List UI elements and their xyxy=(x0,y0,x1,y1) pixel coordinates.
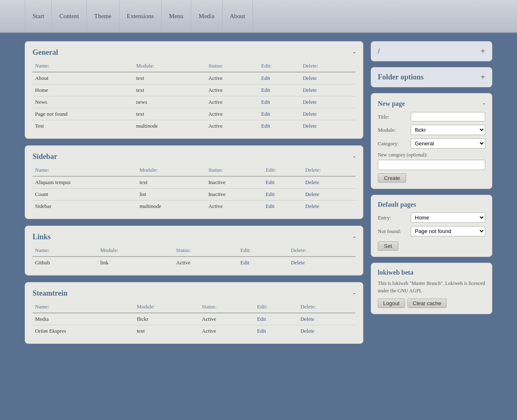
folder-options-plus-icon[interactable]: + xyxy=(481,72,485,82)
category-select[interactable]: GeneralSidebarLinksSteamtrein xyxy=(411,138,485,149)
not-found-select[interactable]: HomeAboutNewsPage not foundTest xyxy=(411,226,485,236)
delete-link[interactable]: Delete xyxy=(300,328,314,334)
edit-link[interactable]: Edit xyxy=(257,316,266,322)
nav-item-extensions[interactable]: Extensions xyxy=(119,0,162,32)
edit-link[interactable]: Edit xyxy=(257,328,266,334)
info-text: This is lokiweb "Master Branch". Lokiweb… xyxy=(378,280,485,294)
table-row: AbouttextActiveEditDelete xyxy=(33,72,356,84)
section-toggle-sidebar[interactable]: - xyxy=(353,152,356,161)
table-row: MediaflickrActiveEditDelete xyxy=(33,313,356,325)
logout-button[interactable]: Logout xyxy=(378,299,405,308)
row-module: multinode xyxy=(137,201,206,212)
edit-link[interactable]: Edit xyxy=(266,191,275,197)
module-label: Module: xyxy=(378,127,411,133)
row-name: News xyxy=(33,96,134,108)
module-select[interactable]: flickrtextnewslinkmultinodelist xyxy=(411,125,485,135)
not-found-label: Not found: xyxy=(378,228,411,235)
delete-link[interactable]: Delete xyxy=(305,191,319,197)
delete-link[interactable]: Delete xyxy=(303,123,317,129)
new-page-title: New page xyxy=(378,100,405,107)
left-column: General-Name:Module:Status:Edit:Delete:A… xyxy=(25,41,363,344)
delete-link[interactable]: Delete xyxy=(300,316,314,322)
edit-link[interactable]: Edit xyxy=(261,123,270,129)
delete-link[interactable]: Delete xyxy=(305,179,319,185)
table-row: CountlistInactiveEditDelete xyxy=(33,189,356,201)
clear-cache-button[interactable]: Clear cache xyxy=(407,299,447,308)
row-module: flickr xyxy=(134,313,199,325)
new-category-label: New category (optional): xyxy=(378,152,485,158)
table-steamtrein: Name:Module:Status:Edit:Delete:Mediaflic… xyxy=(33,302,356,337)
section-toggle-links[interactable]: - xyxy=(353,233,356,241)
folder-options-box: Folder options+ xyxy=(371,67,492,87)
row-status: Active xyxy=(206,108,259,120)
new-page-title-row: Title: xyxy=(378,112,485,121)
edit-link[interactable]: Edit xyxy=(261,75,270,81)
nav-item-menu[interactable]: Menu xyxy=(161,0,191,32)
row-name: Sidebar xyxy=(33,201,137,212)
new-page-toggle[interactable]: - xyxy=(483,99,485,108)
row-module: text xyxy=(134,84,206,96)
section-sidebar: Sidebar-Name:Module:Status:Edit:Delete:A… xyxy=(25,145,363,219)
edit-link[interactable]: Edit xyxy=(261,87,270,93)
new-category-input[interactable] xyxy=(378,160,485,170)
col-header-1: Module: xyxy=(98,245,173,257)
row-module: text xyxy=(134,325,199,337)
entry-label: Entry: xyxy=(378,215,411,221)
col-header-4: Delete: xyxy=(300,61,356,72)
col-header-0: Name: xyxy=(33,61,134,72)
col-header-0: Name: xyxy=(33,245,98,257)
row-module: multinode xyxy=(134,120,206,132)
table-row: HometextActiveEditDelete xyxy=(33,84,356,96)
entry-select[interactable]: HomeAboutNewsPage not foundTest xyxy=(411,212,485,223)
nav-item-start[interactable]: Start xyxy=(25,0,52,32)
delete-link[interactable]: Delete xyxy=(303,87,317,93)
table-links: Name:Module:Status:Edit:Delete:Githublin… xyxy=(33,245,356,268)
path-text: / xyxy=(378,47,380,56)
col-header-2: Status: xyxy=(199,302,255,313)
row-module: text xyxy=(134,72,206,84)
section-toggle-steamtrein[interactable]: - xyxy=(353,289,356,298)
section-toggle-general[interactable]: - xyxy=(353,48,356,57)
nav-item-theme[interactable]: Theme xyxy=(87,0,119,32)
row-status: Active xyxy=(206,120,259,132)
create-button[interactable]: Create xyxy=(378,173,406,183)
edit-link[interactable]: Edit xyxy=(261,99,270,105)
edit-link[interactable]: Edit xyxy=(266,203,275,209)
edit-link[interactable]: Edit xyxy=(240,259,249,266)
delete-link[interactable]: Delete xyxy=(303,75,317,81)
edit-link[interactable]: Edit xyxy=(266,179,275,185)
table-sidebar: Name:Module:Status:Edit:Delete:Aliquam t… xyxy=(33,165,356,212)
section-general: General-Name:Module:Status:Edit:Delete:A… xyxy=(25,41,363,139)
col-header-4: Delete: xyxy=(288,245,356,257)
folder-options-title: Folder options xyxy=(378,73,423,82)
set-button[interactable]: Set xyxy=(378,241,398,251)
table-row: SidebarmultinodeActiveEditDelete xyxy=(33,201,356,212)
default-pages-title: Default pages xyxy=(378,201,485,208)
nav-item-media[interactable]: Media xyxy=(191,0,222,32)
col-header-2: Status: xyxy=(174,245,238,257)
new-page-module-row: Module:flickrtextnewslinkmultinodelist xyxy=(378,125,485,135)
path-box: /+ xyxy=(371,41,492,61)
section-title-general: General xyxy=(33,48,58,57)
col-header-2: Status: xyxy=(206,61,259,72)
title-input[interactable] xyxy=(411,112,485,121)
table-row: Oriint EksprestextActiveEditDelete xyxy=(33,325,356,337)
nav-item-content[interactable]: Content xyxy=(52,0,87,32)
col-header-1: Module: xyxy=(134,302,199,313)
edit-link[interactable]: Edit xyxy=(261,111,270,117)
delete-link[interactable]: Delete xyxy=(303,99,317,105)
col-header-3: Edit: xyxy=(238,245,288,257)
top-navigation: StartContentThemeExtensionsMenuMediaAbou… xyxy=(0,0,517,33)
row-name: Aliquam tempus xyxy=(33,176,137,189)
row-status: Inactive xyxy=(206,189,263,201)
path-plus-icon[interactable]: + xyxy=(481,47,485,56)
delete-link[interactable]: Delete xyxy=(303,111,317,117)
delete-link[interactable]: Delete xyxy=(291,259,305,266)
row-name: Test xyxy=(33,120,134,132)
row-name: Home xyxy=(33,84,134,96)
col-header-2: Status: xyxy=(206,165,263,176)
delete-link[interactable]: Delete xyxy=(305,203,319,209)
row-status: Inactive xyxy=(206,176,263,189)
nav-item-about[interactable]: About xyxy=(222,0,253,32)
not-found-row: Not found:HomeAboutNewsPage not foundTes… xyxy=(378,226,485,236)
